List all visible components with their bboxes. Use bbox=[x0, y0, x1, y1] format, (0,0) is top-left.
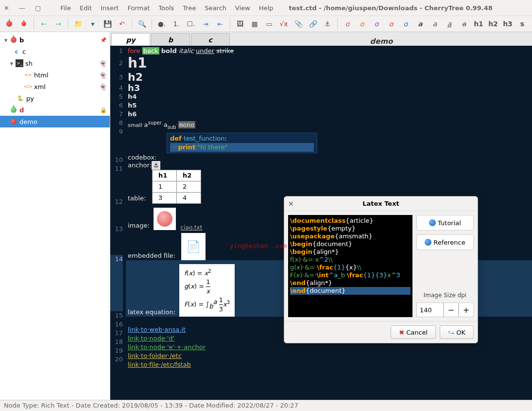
tree-node-sh[interactable]: ▾>_ sh 👻 bbox=[0, 57, 110, 69]
line-gutter: 12 34567 89 1011 1213 14 151617181920 bbox=[110, 46, 126, 400]
tree-node-xml[interactable]: </> xml 👻 bbox=[0, 81, 110, 92]
tutorial-button[interactable]: Tutorial bbox=[416, 215, 474, 231]
fg-color-icon[interactable]: ɑ bbox=[356, 18, 368, 30]
table-icon[interactable]: ▦ bbox=[248, 18, 261, 30]
cancel-button[interactable]: ✖Cancel bbox=[391, 325, 436, 339]
menu-search[interactable]: Search bbox=[205, 4, 226, 12]
undo-icon[interactable]: ↶ bbox=[116, 18, 128, 30]
tab-title: demo bbox=[231, 37, 532, 46]
maximize-icon[interactable]: ▢ bbox=[35, 4, 41, 12]
forward-icon[interactable]: → bbox=[52, 18, 65, 30]
latex-image[interactable]: f(x) = x2 g(x) = 1x F(x) = ∫ba 13x3 bbox=[179, 264, 235, 317]
underline-icon[interactable]: a bbox=[443, 18, 456, 30]
reference-button[interactable]: Reference bbox=[416, 234, 474, 250]
numbered-icon[interactable]: 1. bbox=[170, 18, 183, 30]
h3-icon[interactable]: h3 bbox=[501, 18, 514, 30]
back-icon[interactable]: ← bbox=[37, 18, 50, 30]
latex-editor[interactable]: \documentclass{article} \pagestyle{empty… bbox=[288, 215, 412, 317]
tree-node-demo[interactable]: demo bbox=[0, 116, 110, 127]
tree-panel: ▾ b 📌 c c ▾>_ sh 👻 <> html 👻 </> xml 👻 🐍… bbox=[0, 32, 110, 400]
tree-node-c[interactable]: c c bbox=[0, 46, 110, 57]
bold-icon[interactable]: a bbox=[414, 18, 427, 30]
open-icon[interactable]: 📁 bbox=[72, 18, 85, 30]
link-icon[interactable]: 🔗 bbox=[307, 18, 319, 30]
menu-insert[interactable]: Insert bbox=[101, 4, 119, 12]
new-subnode-icon[interactable] bbox=[17, 18, 30, 30]
dialog-close-icon[interactable]: ✕ bbox=[288, 200, 294, 208]
anchor-glyph-icon[interactable]: ⚓ bbox=[152, 161, 160, 170]
anchor-icon[interactable]: ⚓ bbox=[321, 18, 334, 30]
menubar: ✕ — ▢ File Edit Insert Format Tools Tree… bbox=[0, 0, 532, 16]
menu-file[interactable]: File bbox=[60, 4, 71, 12]
tree-node-py[interactable]: 🐍 py bbox=[0, 92, 110, 104]
menu-edit[interactable]: Edit bbox=[80, 4, 92, 12]
color-icon[interactable]: ɑ bbox=[385, 18, 397, 30]
status-bar: Node Type: Rich Text - Date Created: 201… bbox=[0, 400, 532, 411]
menu-tools[interactable]: Tools bbox=[158, 4, 174, 12]
minimize-icon[interactable]: — bbox=[19, 4, 25, 12]
attach-icon[interactable]: 📎 bbox=[292, 18, 305, 30]
menu-view[interactable]: View bbox=[235, 4, 250, 12]
bullet-icon[interactable]: ●. bbox=[155, 18, 168, 30]
h4-line: h4 bbox=[128, 92, 532, 101]
tree-node-d[interactable]: d 🔒 bbox=[0, 104, 110, 116]
h1-icon[interactable]: h1 bbox=[472, 18, 485, 30]
dpi-minus-button[interactable]: − bbox=[444, 303, 459, 317]
remove-fmt-icon[interactable]: ɑ bbox=[341, 18, 354, 30]
equation-icon[interactable]: √x bbox=[277, 18, 290, 30]
menu-format[interactable]: Format bbox=[127, 4, 150, 12]
lock-icon: 🔒 bbox=[100, 107, 107, 113]
pin-icon: 📌 bbox=[100, 37, 107, 43]
save-icon[interactable]: 💾 bbox=[101, 18, 114, 30]
link-file-line[interactable]: link·to·file·/etc/fstab bbox=[128, 360, 532, 369]
tree-label: demo bbox=[19, 118, 37, 125]
window-title: test.ctd - /home/giuspen/Downloads - Che… bbox=[289, 4, 493, 12]
h2-icon[interactable]: h2 bbox=[487, 18, 499, 30]
codebox-icon[interactable]: ▭ bbox=[263, 18, 275, 30]
dialog-titlebar: ✕ Latex Text bbox=[284, 197, 478, 211]
bg-color-icon[interactable]: ɑ bbox=[370, 18, 383, 30]
color2-icon[interactable]: ɑ bbox=[399, 18, 412, 30]
close-icon[interactable]: ✕ bbox=[4, 4, 9, 12]
file-icon[interactable]: 📄 bbox=[181, 233, 206, 260]
tree-label: xml bbox=[34, 83, 46, 90]
toolbar: ← → 📁 ▾ 💾 ↶ 🔍 ●. 1. ☐. ⇥ ⇤ 🖼 ▦ ▭ √x 📎 🔗 … bbox=[0, 16, 532, 32]
small-icon[interactable]: s bbox=[516, 18, 529, 30]
tree-node-html[interactable]: <> html 👻 bbox=[0, 69, 110, 81]
codebox[interactable]: def·test_function: ····print·"hi there" bbox=[167, 133, 317, 153]
status-text: Node Type: Rich Text - Date Created: 201… bbox=[4, 402, 298, 409]
file-name: ciao.txt bbox=[181, 223, 203, 232]
tree-label: c bbox=[22, 48, 26, 55]
italic-icon[interactable]: a bbox=[429, 18, 441, 30]
dpi-spinner: − + bbox=[416, 303, 474, 317]
dropdown-icon[interactable]: ▾ bbox=[86, 18, 99, 30]
avatar-icon bbox=[157, 211, 172, 227]
link-node-e-line[interactable]: link·to·node·'e'·+·anchor bbox=[128, 343, 532, 352]
outdent-icon[interactable]: ⇤ bbox=[214, 18, 226, 30]
link-folder-line[interactable]: link·to·folder·/etc bbox=[128, 352, 532, 360]
todo-icon[interactable]: ☐. bbox=[185, 18, 197, 30]
strike-icon[interactable]: a bbox=[458, 18, 470, 30]
tree-node-b[interactable]: ▾ b 📌 bbox=[0, 34, 110, 46]
content-table[interactable]: h1h2 12 34 bbox=[152, 170, 201, 204]
tab-b[interactable]: b bbox=[151, 33, 190, 46]
line-1: fore·back·bold·italic·under·strike bbox=[128, 47, 532, 55]
image-icon[interactable]: 🖼 bbox=[234, 18, 246, 30]
search-icon[interactable]: 🔍 bbox=[136, 18, 148, 30]
tree-label: py bbox=[26, 95, 34, 102]
menu-help[interactable]: Help bbox=[259, 4, 274, 12]
dpi-input[interactable] bbox=[416, 303, 444, 317]
h3-line: h3 bbox=[128, 84, 532, 92]
tab-c[interactable]: c bbox=[191, 33, 230, 46]
menu-items: File Edit Insert Format Tools Tree Searc… bbox=[60, 4, 273, 12]
menu-tree[interactable]: Tree bbox=[183, 4, 196, 12]
embedded-image[interactable] bbox=[154, 208, 176, 230]
tab-bar: py b c demo bbox=[110, 32, 532, 46]
dpi-plus-button[interactable]: + bbox=[459, 303, 474, 317]
indent-icon[interactable]: ⇥ bbox=[199, 18, 212, 30]
tab-py[interactable]: py bbox=[111, 33, 150, 46]
new-node-icon[interactable] bbox=[3, 18, 16, 30]
size-label: Image Size dpi bbox=[416, 292, 474, 299]
codebox-line: def·test_function: ····print·"hi there" … bbox=[128, 133, 532, 161]
ok-button[interactable]: ⮑OK bbox=[440, 325, 474, 339]
